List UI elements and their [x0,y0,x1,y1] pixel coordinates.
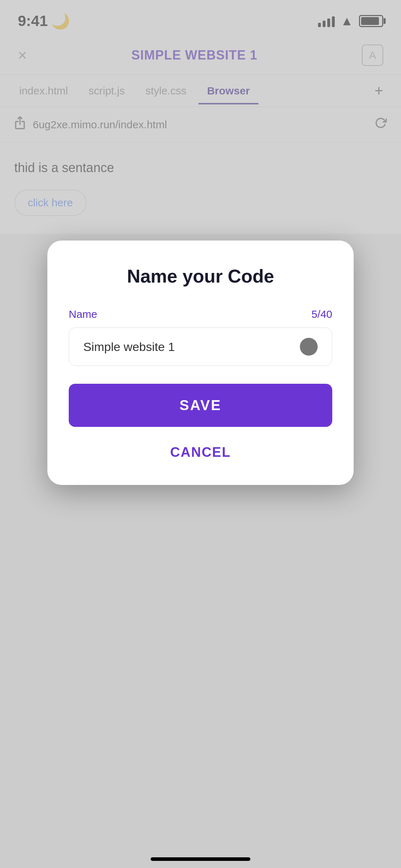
name-label: Name [69,308,97,320]
name-input-value: Simple website 1 [83,340,297,354]
name-row: Name 5/40 [69,308,332,320]
name-input-container[interactable]: Simple website 1 [69,327,332,366]
modal-title: Name your Code [69,265,332,287]
text-cursor [300,338,318,356]
save-button[interactable]: SAVE [69,384,332,427]
char-count: 5/40 [312,308,332,320]
cancel-button[interactable]: CANCEL [69,441,332,464]
name-your-code-modal: Name your Code Name 5/40 Simple website … [47,241,354,485]
home-indicator [151,857,250,861]
